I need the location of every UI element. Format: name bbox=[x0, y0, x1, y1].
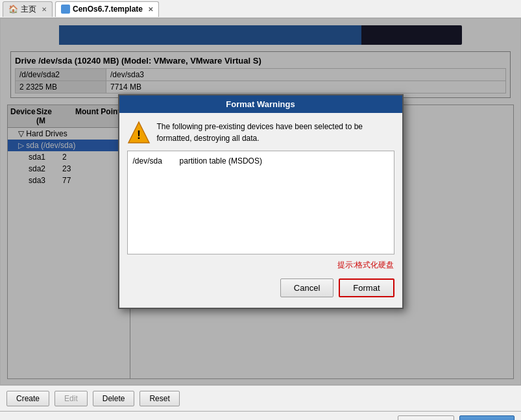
list-item-type: partition table (MSDOS) bbox=[180, 156, 262, 166]
modal-hint: 提示:格式化硬盘 bbox=[127, 260, 394, 271]
list-item-device: /dev/sda bbox=[133, 156, 162, 166]
tab-template[interactable]: CenOs6.7.template ✕ bbox=[55, 1, 159, 17]
tab-home-label: 主页 bbox=[21, 4, 36, 15]
modal-body: ! The following pre-existing devices hav… bbox=[119, 113, 402, 308]
tab-home[interactable]: 🏠 主页 ✕ bbox=[3, 1, 53, 17]
bottom-left-buttons: Create Edit Delete Reset bbox=[6, 391, 180, 406]
modal-warning-text: The following pre-existing devices have … bbox=[157, 121, 394, 144]
modal-list-item: /dev/sda partition table (MSDOS) bbox=[133, 156, 389, 166]
create-button[interactable]: Create bbox=[6, 391, 49, 406]
back-button[interactable]: ◀ Back bbox=[398, 415, 454, 420]
template-icon bbox=[61, 5, 70, 14]
modal-overlay: Format Warnings ! The following pre-exis… bbox=[1, 19, 520, 384]
format-warnings-modal: Format Warnings ! The following pre-exis… bbox=[118, 94, 404, 309]
title-bar: 🏠 主页 ✕ CenOs6.7.template ✕ bbox=[0, 0, 521, 18]
cancel-button[interactable]: Cancel bbox=[280, 278, 333, 297]
format-button[interactable]: Format bbox=[339, 278, 394, 297]
tab-template-close[interactable]: ✕ bbox=[148, 6, 153, 13]
nav-bar: ◀ Back ▶ Next bbox=[0, 411, 521, 420]
home-icon: 🏠 bbox=[8, 5, 18, 14]
delete-button[interactable]: Delete bbox=[93, 391, 135, 406]
modal-warning-row: ! The following pre-existing devices hav… bbox=[127, 121, 394, 144]
edit-button[interactable]: Edit bbox=[55, 391, 88, 406]
modal-list-area: /dev/sda partition table (MSDOS) bbox=[127, 151, 394, 254]
next-button[interactable]: ▶ Next bbox=[459, 415, 515, 420]
modal-title: Format Warnings bbox=[119, 95, 402, 113]
tab-home-close[interactable]: ✕ bbox=[42, 6, 47, 13]
svg-text:!: ! bbox=[137, 129, 141, 142]
warning-triangle-icon: ! bbox=[127, 121, 151, 144]
bottom-bar: Create Edit Delete Reset bbox=[0, 385, 521, 411]
list-item-spacer bbox=[164, 156, 177, 166]
modal-footer: Cancel Format bbox=[127, 276, 394, 300]
tab-template-label: CenOs6.7.template bbox=[73, 5, 143, 14]
main-content: Drive /dev/sda (10240 MB) (Model: VMware… bbox=[0, 18, 521, 385]
reset-button[interactable]: Reset bbox=[139, 391, 179, 406]
